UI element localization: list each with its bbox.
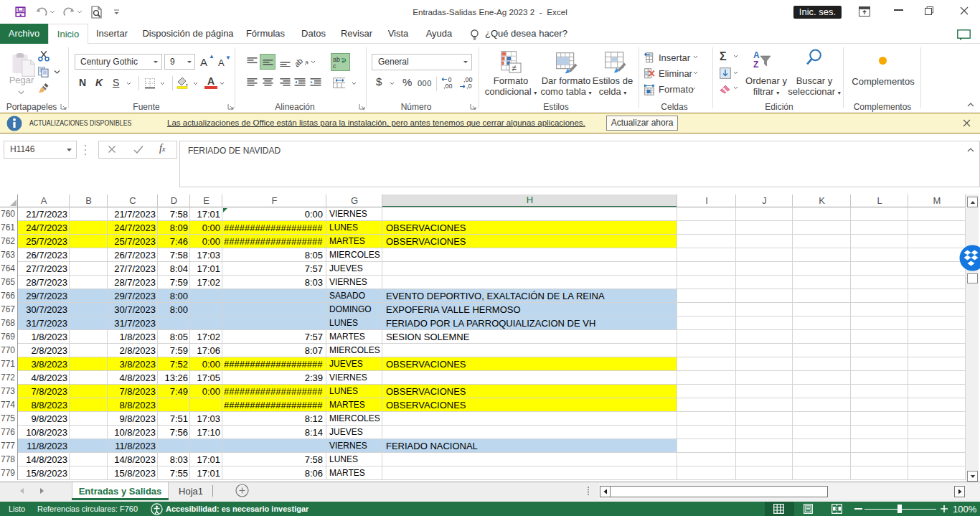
svg-text:,0: ,0: [466, 83, 472, 90]
svg-text:Z: Z: [753, 60, 758, 69]
svg-text:≠: ≠: [512, 63, 517, 73]
svg-text:ab: ab: [296, 57, 304, 68]
svg-text:A: A: [753, 50, 760, 60]
svg-text:c: c: [333, 62, 336, 69]
svg-text:,00: ,00: [443, 83, 453, 90]
